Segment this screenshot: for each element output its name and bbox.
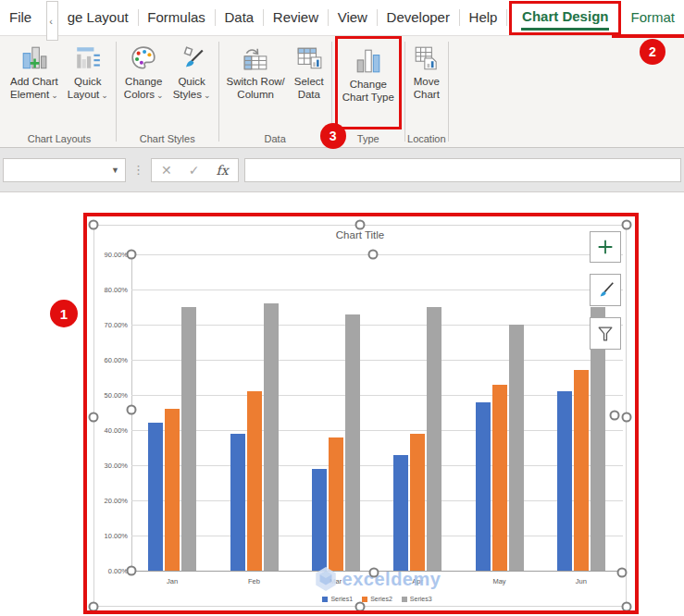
bar-series1-mar[interactable]	[312, 469, 327, 571]
chart-legend[interactable]: Series1Series2Series3	[131, 596, 623, 602]
tab-data[interactable]: Data	[215, 0, 263, 35]
chart-resize-handle[interactable]	[622, 602, 632, 612]
annotation-badge-3: 3	[320, 123, 346, 149]
bar-series2-jun[interactable]	[574, 370, 589, 571]
legend-item-series3[interactable]: Series3	[402, 596, 432, 602]
switch-row-column-button[interactable]: Switch Row/Column	[222, 40, 290, 104]
x-axis-category-label: May	[472, 577, 528, 585]
plot-area-resize-handle[interactable]	[127, 566, 137, 576]
chart-resize-handle[interactable]	[355, 602, 366, 612]
tab-label: Review	[272, 7, 319, 29]
tab-view[interactable]: View	[329, 0, 377, 35]
plot-area-resize-handle[interactable]	[127, 405, 137, 415]
ribbon-group-buttons: Add ChartElement⌄QuickLayout⌄	[4, 40, 115, 132]
tab-developer[interactable]: Developer	[378, 0, 459, 35]
tab-label: View	[337, 7, 368, 29]
y-axis-tick-label: 10.00%	[89, 532, 128, 540]
tab-format[interactable]: Format	[621, 0, 684, 35]
move-chart-button[interactable]: MoveChart	[408, 40, 445, 104]
drag-handle-dots-icon[interactable]: ⋮	[132, 163, 144, 177]
ribbon-group-caption: Chart Layouts	[4, 132, 115, 147]
bar-series2-apr[interactable]	[410, 434, 425, 571]
bar-series3-mar[interactable]	[345, 314, 360, 571]
add-chart-element-button[interactable]: Add ChartElement⌄	[6, 40, 63, 104]
y-axis-tick-label: 70.00%	[89, 321, 128, 329]
bar-series1-jan[interactable]	[148, 423, 163, 571]
bar-series2-mar[interactable]	[329, 437, 343, 571]
move-chart-icon	[413, 44, 441, 72]
formula-buttons: ✕ ✓ fx	[151, 158, 239, 182]
enter-icon[interactable]: ✓	[189, 163, 200, 178]
quick-styles-button[interactable]: QuickStyles⌄	[168, 40, 216, 104]
tab-ge-layout[interactable]: ge Layout	[58, 0, 138, 35]
chevron-down-icon[interactable]: ▼	[111, 166, 119, 175]
bar-series2-may[interactable]	[492, 385, 507, 571]
plot-area-resize-handle[interactable]	[610, 411, 620, 421]
select-data-button[interactable]: SelectData	[290, 40, 329, 104]
chart-filters-button[interactable]	[590, 317, 621, 350]
plus-icon	[595, 237, 616, 257]
cancel-icon[interactable]: ✕	[161, 163, 172, 178]
chart-styles-button[interactable]	[590, 274, 621, 306]
bar-series3-jan[interactable]	[181, 307, 196, 571]
ribbon-button-label: QuickStyles⌄	[173, 75, 211, 102]
chart-resize-handle[interactable]	[89, 220, 99, 230]
ribbon-button-label: SelectData	[294, 75, 324, 102]
tab-help[interactable]: Help	[460, 0, 507, 35]
excel-window: File‹ge LayoutFormulasDataReviewViewDeve…	[0, 0, 684, 616]
annotation-badge-1: 1	[50, 300, 78, 327]
chart-elements-button[interactable]	[590, 231, 621, 263]
quick-layout-icon	[74, 44, 102, 72]
switch-row-column-icon	[242, 44, 269, 72]
insert-function-icon[interactable]: fx	[216, 163, 228, 178]
formula-input[interactable]	[244, 158, 681, 182]
plot-area-resize-handle[interactable]	[617, 568, 628, 578]
bar-series1-feb[interactable]	[230, 434, 245, 571]
y-axis-tick-label: 90.00%	[89, 251, 128, 259]
ribbon-group-caption: Location	[406, 132, 447, 147]
chart-title[interactable]: Chart Title	[93, 229, 627, 240]
change-chart-type-button[interactable]: ChangeChart Type	[338, 43, 399, 106]
bar-series1-apr[interactable]	[393, 455, 408, 571]
chart-resize-handle[interactable]	[89, 413, 99, 423]
ribbon-group-location: MoveChartLocation	[406, 40, 447, 147]
y-axis-tick-label: 30.00%	[89, 462, 128, 470]
x-axis-category-label: Jun	[553, 577, 609, 585]
ribbon-button-label: ChangeChart Type	[342, 78, 394, 105]
bar-series3-apr[interactable]	[427, 307, 441, 571]
chart-resize-handle[interactable]	[622, 413, 632, 423]
ribbon-group-buttons: ChangeColors⌄QuickStyles⌄	[118, 40, 218, 132]
bar-series2-jan[interactable]	[165, 409, 180, 571]
bar-series2-feb[interactable]	[247, 391, 262, 571]
tab-file[interactable]: File	[0, 0, 41, 35]
tab-scroll-left-button[interactable]: ‹	[46, 1, 58, 41]
tab-separator	[506, 9, 507, 26]
change-colors-button[interactable]: ChangeColors⌄	[119, 40, 168, 104]
plot-area-resize-handle[interactable]	[368, 250, 379, 260]
worksheet-area[interactable]: Chart Title 0.00%10.00%20.00%30.00%40.00…	[0, 192, 684, 616]
annotation-badge-2: 2	[640, 39, 665, 65]
tab-chart-design[interactable]: Chart Design	[509, 1, 621, 35]
name-box[interactable]: ▼	[3, 158, 126, 182]
ribbon-button-label: QuickLayout⌄	[68, 75, 108, 102]
chart-resize-handle[interactable]	[355, 220, 366, 230]
legend-item-series1[interactable]: Series1	[322, 596, 353, 602]
tab-formulas[interactable]: Formulas	[138, 0, 215, 35]
bar-series1-jun[interactable]	[557, 391, 572, 571]
tab-label: Help	[468, 7, 499, 29]
bar-series3-may[interactable]	[509, 325, 524, 571]
chart-resize-handle[interactable]	[622, 220, 632, 230]
legend-swatch	[322, 597, 328, 602]
plot-area-resize-handle[interactable]	[127, 250, 137, 260]
chart-resize-handle[interactable]	[89, 602, 99, 612]
quick-layout-button[interactable]: QuickLayout⌄	[63, 40, 113, 104]
gridline	[131, 430, 623, 431]
plot-area-resize-handle[interactable]	[369, 568, 379, 578]
legend-item-series2[interactable]: Series2	[362, 596, 392, 602]
ribbon-group-type: ChangeChart Type3Type	[333, 40, 404, 147]
bar-series3-feb[interactable]	[264, 303, 279, 571]
tab-review[interactable]: Review	[264, 0, 328, 35]
bar-series1-may[interactable]	[476, 402, 491, 571]
change-chart-type-icon	[354, 47, 382, 75]
gridline	[131, 395, 623, 396]
